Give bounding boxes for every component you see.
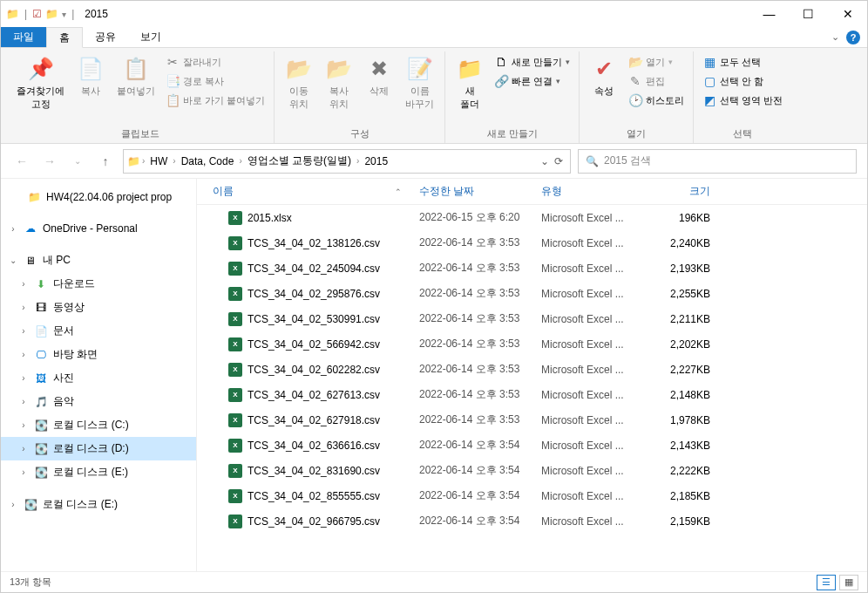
chevron-right-icon[interactable]: › (8, 224, 18, 234)
breadcrumb-item[interactable]: 영업소별 교통량(일별) (244, 153, 355, 168)
properties-button[interactable]: ✔속성 (585, 51, 623, 101)
copy-button[interactable]: 📄 복사 (71, 51, 110, 101)
nav-music[interactable]: ›🎵음악 (1, 390, 196, 413)
file-type: Microsoft Excel ... (541, 389, 646, 401)
invert-selection-button[interactable]: ◩선택 영역 반전 (699, 92, 786, 109)
nav-hw4-folder[interactable]: 📁HW4(22.04.06 project prop (1, 186, 196, 208)
chevron-right-icon[interactable]: › (18, 373, 29, 383)
file-type: Microsoft Excel ... (541, 490, 646, 502)
nav-disk-d[interactable]: ›💽로컬 디스크 (D:) (1, 437, 196, 460)
new-item-button[interactable]: 🗋새로 만들기 ▾ (491, 53, 573, 71)
file-row[interactable]: XTCS_34_04_02_627918.csv2022-06-14 오후 3:… (197, 407, 867, 433)
file-row[interactable]: XTCS_34_04_02_138126.csv2022-06-14 오후 3:… (197, 230, 867, 256)
select-all-button[interactable]: ▦모두 선택 (699, 53, 786, 71)
tab-home[interactable]: 홈 (46, 27, 83, 48)
paste-shortcut-button[interactable]: 📋바로 가기 붙여넣기 (162, 92, 268, 109)
file-row[interactable]: X2015.xlsx2022-06-15 오후 6:20Microsoft Ex… (197, 205, 867, 230)
breadcrumb-item[interactable]: Data, Code (178, 155, 238, 167)
qat-folder-icon[interactable]: 📁 (45, 8, 58, 20)
nav-downloads[interactable]: ›⬇다운로드 (1, 272, 196, 296)
open-button[interactable]: 📂열기 ▾ (625, 53, 688, 71)
breadcrumb-item[interactable]: 2015 (361, 155, 391, 167)
copy-to-button[interactable]: 📂복사 위치 (320, 51, 358, 114)
delete-button[interactable]: ✖삭제 (360, 51, 398, 101)
easy-access-icon: 🔗 (494, 74, 508, 88)
chevron-right-icon[interactable]: › (18, 279, 29, 289)
easy-access-button[interactable]: 🔗빠른 연결 ▾ (491, 72, 573, 90)
chevron-right-icon[interactable]: › (18, 326, 29, 336)
file-row[interactable]: XTCS_34_04_02_855555.csv2022-06-14 오후 3:… (197, 483, 867, 508)
history-icon: 🕑 (628, 93, 642, 107)
nav-disk-e1[interactable]: ›💽로컬 디스크 (E:) (1, 460, 196, 484)
paste-button[interactable]: 📋 붙여넣기 (112, 51, 160, 101)
nav-desktop[interactable]: ›🖵바탕 화면 (1, 343, 196, 366)
column-date[interactable]: 수정한 날짜 (419, 184, 541, 199)
chevron-right-icon[interactable]: › (18, 350, 29, 359)
qat-check-icon[interactable]: ☑ (32, 8, 42, 20)
nav-disk-c[interactable]: ›💽로컬 디스크 (C:) (1, 413, 196, 437)
nav-pictures[interactable]: ›🖼사진 (1, 366, 196, 390)
chevron-right-icon[interactable]: › (18, 397, 29, 406)
column-size[interactable]: 크기 (646, 184, 724, 199)
up-button[interactable]: ↑ (95, 151, 116, 172)
copy-path-button[interactable]: 📑경로 복사 (162, 72, 268, 90)
new-folder-button[interactable]: 📁새 폴더 (451, 51, 489, 114)
column-name[interactable]: 이름⌃ (197, 184, 419, 199)
chevron-right-icon[interactable]: › (239, 156, 241, 166)
file-row[interactable]: XTCS_34_04_02_295876.csv2022-06-14 오후 3:… (197, 281, 867, 306)
file-row[interactable]: XTCS_34_04_02_245094.csv2022-06-14 오후 3:… (197, 256, 867, 281)
thumbnails-view-button[interactable]: ▦ (839, 575, 858, 590)
qat-overflow-icon[interactable]: ▾ (62, 10, 66, 19)
column-type[interactable]: 유형 (541, 184, 646, 199)
history-button[interactable]: 🕑히스토리 (625, 92, 688, 109)
file-row[interactable]: XTCS_34_04_02_831690.csv2022-06-14 오후 3:… (197, 458, 867, 483)
edit-button[interactable]: ✎편집 (625, 72, 688, 90)
chevron-right-icon[interactable]: › (356, 156, 359, 166)
chevron-right-icon[interactable]: › (173, 156, 175, 166)
select-none-button[interactable]: ▢선택 안 함 (699, 72, 786, 90)
recent-locations-button[interactable]: ⌄ (67, 151, 88, 172)
maximize-button[interactable]: ☐ (789, 1, 828, 27)
nav-disk-e2[interactable]: ›💽로컬 디스크 (E:) (1, 493, 196, 516)
details-view-button[interactable]: ☰ (817, 575, 836, 590)
help-icon[interactable]: ? (846, 31, 860, 44)
chevron-right-icon[interactable]: › (142, 156, 145, 166)
chevron-right-icon[interactable]: › (18, 444, 29, 453)
nav-this-pc[interactable]: ⌄🖥내 PC (1, 249, 196, 272)
tab-share[interactable]: 공유 (83, 27, 128, 47)
tab-file[interactable]: 파일 (1, 27, 46, 47)
minimize-button[interactable]: — (749, 1, 789, 27)
refresh-icon[interactable]: ⟳ (554, 155, 563, 167)
address-bar[interactable]: 📁 › HW › Data, Code › 영업소별 교통량(일별) › 201… (123, 149, 571, 174)
chevron-right-icon[interactable]: › (18, 467, 29, 477)
chevron-right-icon[interactable]: › (18, 303, 29, 312)
nav-videos[interactable]: ›🎞동영상 (1, 296, 196, 319)
file-row[interactable]: XTCS_34_04_02_602282.csv2022-06-14 오후 3:… (197, 357, 867, 382)
nav-onedrive[interactable]: ›☁OneDrive - Personal (1, 217, 196, 240)
back-button[interactable]: ← (11, 151, 32, 172)
music-icon: 🎵 (34, 395, 48, 409)
nav-documents[interactable]: ›📄문서 (1, 319, 196, 343)
chevron-down-icon[interactable]: ⌄ (8, 256, 18, 265)
file-row[interactable]: XTCS_34_04_02_627613.csv2022-06-14 오후 3:… (197, 382, 867, 407)
search-input[interactable]: 🔍 2015 검색 (578, 149, 857, 174)
tab-view[interactable]: 보기 (128, 27, 173, 47)
file-size: 2,143KB (646, 440, 724, 452)
file-row[interactable]: XTCS_34_04_02_530991.csv2022-06-14 오후 3:… (197, 306, 867, 331)
rename-button[interactable]: 📝이름 바꾸기 (400, 51, 439, 114)
file-row[interactable]: XTCS_34_04_02_566942.csv2022-06-14 오후 3:… (197, 331, 867, 357)
breadcrumb-item[interactable]: HW (146, 155, 171, 167)
pin-to-quick-access-button[interactable]: 📌 즐겨찾기에 고정 (11, 51, 70, 114)
cut-icon: ✂ (166, 55, 180, 69)
close-button[interactable]: ✕ (828, 1, 867, 27)
address-dropdown-icon[interactable]: ⌄ (540, 155, 549, 167)
file-row[interactable]: XTCS_34_04_02_966795.csv2022-06-14 오후 3:… (197, 508, 867, 534)
pictures-icon: 🖼 (34, 371, 48, 385)
move-to-button[interactable]: 📂이동 위치 (280, 51, 318, 114)
forward-button[interactable]: → (39, 151, 60, 172)
chevron-right-icon[interactable]: › (18, 420, 29, 430)
cut-button[interactable]: ✂잘라내기 (162, 53, 268, 71)
ribbon-collapse-icon[interactable]: ⌄ (831, 31, 839, 43)
chevron-right-icon[interactable]: › (8, 500, 18, 509)
file-row[interactable]: XTCS_34_04_02_636616.csv2022-06-14 오후 3:… (197, 433, 867, 458)
